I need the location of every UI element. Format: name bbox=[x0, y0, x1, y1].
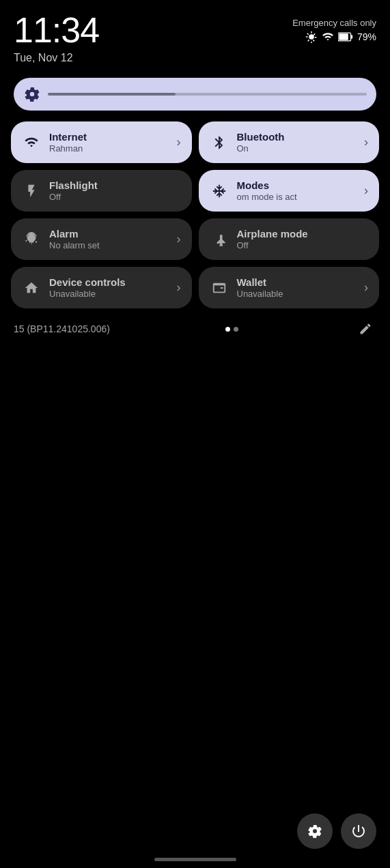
brightness-bar[interactable] bbox=[14, 78, 376, 111]
alarm-title: Alarm bbox=[49, 228, 169, 240]
alarm-tile-text: Alarm No alarm set bbox=[49, 228, 169, 250]
tile-flashlight[interactable]: Flashlight Off bbox=[11, 170, 192, 212]
flashlight-tile-text: Flashlight Off bbox=[49, 179, 181, 202]
tile-device-controls[interactable]: Device controls Unavailable › bbox=[11, 267, 192, 308]
bluetooth-subtitle: On bbox=[237, 143, 357, 154]
brightness-fill bbox=[48, 93, 176, 96]
home-icon bbox=[22, 278, 41, 298]
flashlight-title: Flashlight bbox=[49, 179, 181, 192]
wallet-arrow: › bbox=[364, 280, 368, 295]
tiles-grid: Internet Rahman › Bluetooth On › Flashli… bbox=[11, 121, 379, 308]
device-controls-arrow: › bbox=[177, 280, 181, 295]
bottom-nav bbox=[297, 813, 376, 849]
edit-button[interactable] bbox=[354, 318, 376, 340]
status-date: Tue, Nov 12 bbox=[0, 52, 390, 71]
bottom-pill bbox=[154, 858, 236, 861]
modes-arrow: › bbox=[364, 184, 368, 198]
tile-internet[interactable]: Internet Rahman › bbox=[11, 121, 192, 163]
airplane-title: Airplane mode bbox=[237, 228, 369, 240]
device-controls-title: Device controls bbox=[49, 276, 169, 289]
wallet-subtitle: Unavailable bbox=[237, 289, 357, 299]
internet-subtitle: Rahman bbox=[49, 143, 169, 154]
internet-tile-text: Internet Rahman bbox=[49, 131, 169, 154]
bluetooth-tile-text: Bluetooth On bbox=[237, 131, 357, 154]
internet-title: Internet bbox=[49, 131, 169, 143]
build-row: 15 (BP11.241025.006) bbox=[14, 318, 376, 340]
tile-bluetooth[interactable]: Bluetooth On › bbox=[199, 121, 380, 163]
alarm-subtitle: No alarm set bbox=[49, 240, 169, 250]
status-bar: 11:34 Emergency calls only 79% bbox=[0, 0, 390, 52]
wallet-icon bbox=[210, 278, 229, 298]
alarm-arrow: › bbox=[177, 232, 181, 246]
settings-button[interactable] bbox=[297, 813, 333, 849]
modes-icon bbox=[210, 182, 229, 201]
modes-subtitle: om mode is act bbox=[237, 192, 357, 202]
edit-icon bbox=[359, 322, 372, 336]
status-icons: 79% bbox=[305, 31, 376, 43]
wallet-tile-text: Wallet Unavailable bbox=[237, 276, 357, 299]
wifi-status-icon bbox=[322, 31, 334, 43]
tile-wallet[interactable]: Wallet Unavailable › bbox=[199, 267, 380, 308]
tile-airplane[interactable]: Airplane mode Off bbox=[199, 218, 380, 260]
status-right: Emergency calls only 79% bbox=[292, 12, 376, 43]
dot-2 bbox=[234, 327, 238, 332]
build-text: 15 (BP11.241025.006) bbox=[14, 323, 110, 334]
modes-tile-text: Modes om mode is act bbox=[237, 179, 357, 202]
tile-alarm[interactable]: Alarm No alarm set › bbox=[11, 218, 192, 260]
power-icon bbox=[350, 823, 367, 839]
tile-modes[interactable]: Modes om mode is act › bbox=[199, 170, 380, 212]
modes-title: Modes bbox=[237, 179, 357, 192]
wallet-title: Wallet bbox=[237, 276, 357, 289]
bluetooth-title: Bluetooth bbox=[237, 131, 357, 143]
svg-rect-2 bbox=[339, 33, 348, 40]
bluetooth-arrow: › bbox=[364, 135, 368, 149]
brightness-icon bbox=[305, 31, 318, 43]
internet-arrow: › bbox=[177, 135, 181, 149]
brightness-gear-icon bbox=[23, 85, 41, 103]
battery-text: 79% bbox=[357, 31, 376, 42]
dot-1 bbox=[225, 327, 230, 332]
bluetooth-icon bbox=[210, 133, 229, 152]
airplane-icon bbox=[210, 230, 229, 249]
svg-rect-1 bbox=[351, 35, 353, 38]
device-controls-subtitle: Unavailable bbox=[49, 289, 169, 299]
wifi-icon bbox=[22, 133, 41, 152]
device-controls-tile-text: Device controls Unavailable bbox=[49, 276, 169, 299]
brightness-track[interactable] bbox=[48, 93, 367, 96]
flashlight-icon bbox=[22, 182, 41, 201]
battery-icon bbox=[338, 31, 353, 43]
settings-icon bbox=[307, 823, 323, 839]
airplane-tile-text: Airplane mode Off bbox=[237, 228, 369, 250]
airplane-subtitle: Off bbox=[237, 240, 369, 250]
brightness-container[interactable] bbox=[14, 78, 376, 111]
clock: 11:34 bbox=[14, 12, 99, 48]
alarm-icon bbox=[22, 230, 41, 249]
flashlight-subtitle: Off bbox=[49, 192, 181, 202]
page-dots bbox=[225, 327, 238, 332]
power-button[interactable] bbox=[341, 813, 376, 849]
emergency-text: Emergency calls only bbox=[292, 18, 376, 28]
